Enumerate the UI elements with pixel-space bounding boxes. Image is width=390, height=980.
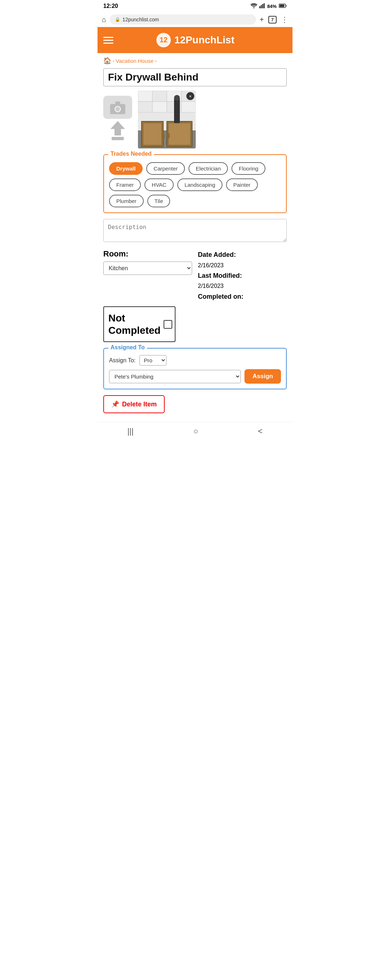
room-label: Room: bbox=[103, 249, 192, 259]
camera-icon bbox=[103, 96, 132, 119]
new-tab-icon[interactable]: + bbox=[259, 16, 264, 24]
nav-menu-icon[interactable]: ||| bbox=[127, 426, 134, 436]
hamburger-menu[interactable] bbox=[103, 37, 113, 44]
breadcrumb-separator1: › bbox=[113, 58, 114, 64]
trade-landscaping[interactable]: Landscaping bbox=[177, 178, 223, 191]
wifi-icon bbox=[251, 3, 257, 10]
upload-arrow-icon bbox=[109, 121, 127, 144]
delete-row: 📌 Delete Item bbox=[103, 395, 287, 413]
bottom-nav: ||| ○ < bbox=[97, 422, 293, 443]
svg-rect-2 bbox=[262, 4, 263, 8]
trade-carpenter[interactable]: Carpenter bbox=[146, 162, 185, 175]
url-bar[interactable]: 🔒 12punchlist.com bbox=[110, 14, 256, 25]
svg-rect-21 bbox=[138, 102, 153, 112]
breadcrumb: 🏠 › Vacation House › bbox=[97, 53, 293, 66]
room-column: Room: Kitchen Bathroom Bedroom Living Ro… bbox=[103, 249, 192, 275]
room-select[interactable]: Kitchen Bathroom Bedroom Living Room Gar… bbox=[103, 261, 192, 275]
url-text: 12punchlist.com bbox=[123, 17, 159, 22]
battery-icon bbox=[279, 3, 287, 9]
svg-rect-30 bbox=[174, 98, 180, 123]
status-box: NotCompleted bbox=[103, 306, 175, 342]
trade-framer[interactable]: Framer bbox=[109, 178, 141, 191]
trades-grid: Drywall Carpenter Electrician Flooring F… bbox=[109, 162, 281, 207]
signal-icon bbox=[259, 3, 265, 10]
svg-rect-15 bbox=[111, 139, 124, 140]
trade-drywall[interactable]: Drywall bbox=[109, 162, 143, 175]
delete-pin-icon: 📌 bbox=[111, 400, 119, 408]
svg-text:12: 12 bbox=[159, 36, 167, 44]
tab-count[interactable]: 7 bbox=[268, 16, 277, 24]
lock-icon: 🔒 bbox=[115, 17, 120, 22]
app-title: 12PunchList bbox=[174, 34, 234, 46]
breadcrumb-project[interactable]: Vacation House bbox=[116, 58, 153, 64]
photo-section: × bbox=[97, 91, 293, 154]
browser-actions: + 7 ⋮ bbox=[259, 15, 288, 24]
nav-back-icon[interactable]: < bbox=[258, 426, 263, 436]
app-logo: 12 12PunchList bbox=[156, 32, 234, 48]
status-text: NotCompleted bbox=[108, 312, 161, 336]
assign-type-row: Assign To: Pro DIY Team bbox=[109, 355, 281, 366]
delete-button-label: Delete Item bbox=[122, 401, 157, 408]
date-added-label: Date Added: 2/16/2023 bbox=[198, 249, 287, 270]
more-options-icon[interactable]: ⋮ bbox=[281, 15, 288, 24]
room-dates-row: Room: Kitchen Bathroom Bedroom Living Ro… bbox=[97, 249, 293, 302]
delete-button[interactable]: 📌 Delete Item bbox=[103, 395, 165, 413]
time-display: 12:20 bbox=[103, 3, 118, 10]
app-header: 12 12PunchList bbox=[97, 27, 293, 53]
trade-electrician[interactable]: Electrician bbox=[188, 162, 228, 175]
last-modified-value: 2/16/2023 bbox=[198, 283, 223, 289]
assign-type-select[interactable]: Pro DIY Team bbox=[139, 355, 167, 366]
svg-rect-18 bbox=[153, 91, 167, 102]
svg-marker-13 bbox=[110, 121, 125, 135]
svg-rect-33 bbox=[167, 133, 170, 138]
completed-checkbox[interactable] bbox=[164, 320, 172, 329]
trade-plumber[interactable]: Plumber bbox=[109, 195, 144, 207]
browser-bar: ⌂ 🔒 12punchlist.com + 7 ⋮ bbox=[97, 12, 293, 27]
item-title-input[interactable] bbox=[103, 68, 287, 86]
svg-rect-0 bbox=[259, 6, 260, 8]
svg-point-31 bbox=[174, 95, 180, 101]
status-bar: 12:20 84% bbox=[97, 0, 293, 12]
assignee-select[interactable]: Pete's Plumbing John's Electric ABC Dryw… bbox=[109, 370, 241, 383]
logo-icon: 12 bbox=[156, 32, 172, 48]
assign-button[interactable]: Assign bbox=[245, 369, 281, 383]
svg-rect-12 bbox=[115, 102, 120, 104]
dates-column: Date Added: 2/16/2023 Last Modified: 2/1… bbox=[198, 249, 287, 302]
browser-home-icon[interactable]: ⌂ bbox=[102, 16, 106, 24]
photo-close-button[interactable]: × bbox=[186, 92, 194, 100]
nav-home-icon[interactable]: ○ bbox=[194, 426, 198, 436]
trade-painter[interactable]: Painter bbox=[226, 178, 258, 191]
svg-rect-22 bbox=[153, 102, 167, 112]
assigned-section: Assigned To Assign To: Pro DIY Team Pete… bbox=[103, 348, 287, 390]
breadcrumb-home-icon[interactable]: 🏠 bbox=[103, 57, 111, 65]
trades-section: Trades Needed Drywall Carpenter Electric… bbox=[103, 154, 287, 213]
assign-person-row: Pete's Plumbing John's Electric ABC Dryw… bbox=[109, 369, 281, 383]
svg-point-11 bbox=[116, 107, 120, 111]
photo-thumbnail: × bbox=[138, 91, 196, 148]
svg-rect-1 bbox=[261, 5, 262, 8]
last-modified-label: Last Modified: 2/16/2023 bbox=[198, 270, 287, 291]
svg-rect-17 bbox=[138, 91, 153, 102]
breadcrumb-separator2: › bbox=[155, 58, 156, 64]
svg-rect-3 bbox=[264, 3, 265, 8]
completed-on-label: Completed on: bbox=[198, 291, 287, 302]
assign-to-label: Assign To: bbox=[109, 357, 136, 364]
svg-rect-32 bbox=[162, 133, 165, 138]
svg-rect-29 bbox=[168, 123, 191, 145]
upload-placeholder[interactable] bbox=[103, 96, 132, 144]
svg-rect-24 bbox=[181, 102, 196, 112]
battery-display: 84% bbox=[267, 3, 277, 9]
trades-legend: Trades Needed bbox=[108, 151, 154, 157]
assigned-legend: Assigned To bbox=[108, 344, 147, 351]
trade-hvac[interactable]: HVAC bbox=[145, 178, 174, 191]
trade-flooring[interactable]: Flooring bbox=[231, 162, 266, 175]
svg-rect-27 bbox=[143, 123, 162, 145]
description-input[interactable] bbox=[103, 219, 287, 242]
status-icons: 84% bbox=[251, 3, 287, 10]
svg-rect-5 bbox=[280, 4, 285, 7]
cabinet-image bbox=[138, 91, 196, 148]
trade-tile[interactable]: Tile bbox=[147, 195, 170, 207]
svg-rect-6 bbox=[286, 5, 287, 6]
date-added-value: 2/16/2023 bbox=[198, 262, 223, 268]
